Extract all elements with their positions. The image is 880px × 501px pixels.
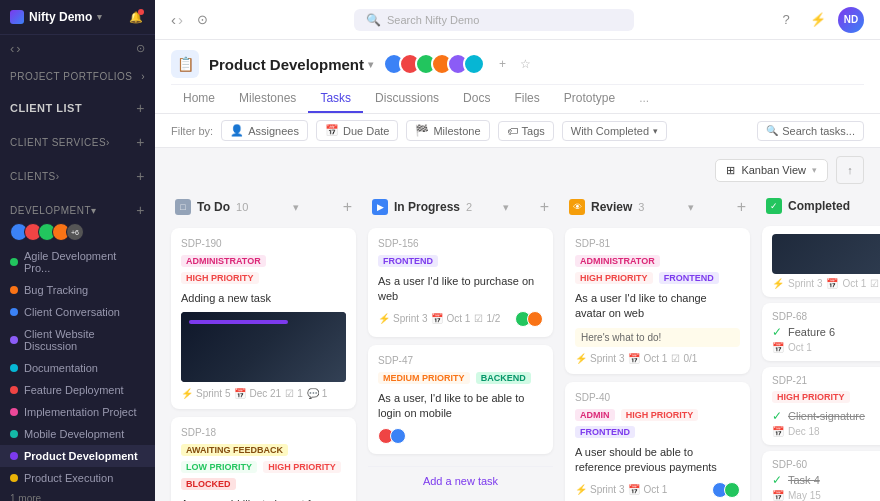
user-avatar[interactable]: ND <box>838 7 864 33</box>
completed-filter[interactable]: With Completed ▾ <box>562 121 667 141</box>
sidebar-item-feature-deployment[interactable]: Feature Deployment <box>0 379 155 401</box>
sidebar-item-product-execution[interactable]: Product Execution <box>0 467 155 489</box>
search-tasks-filter[interactable]: 🔍 Search tasks... <box>757 121 864 141</box>
client-list-header[interactable]: CLIENT LIST + <box>0 95 155 121</box>
inprogress-col-header: ▶ In Progress 2 ▾ + <box>368 192 553 222</box>
development-section: DEVELOPMENT ▾ + +6 Agile Development Pro… <box>0 193 155 501</box>
tab-home[interactable]: Home <box>171 85 227 113</box>
assignees-filter[interactable]: 👤 Assignees <box>221 120 308 141</box>
sprint-icon: ⚡ <box>575 484 587 495</box>
project-portfolios-header[interactable]: PROJECT PORTFOLIOS › <box>0 66 155 87</box>
development-add[interactable]: + <box>136 202 145 218</box>
date-meta: 📅 Oct 1 <box>628 353 667 364</box>
sidebar-item-implementation[interactable]: Implementation Project <box>0 401 155 423</box>
inprogress-add-icon[interactable]: + <box>540 198 549 216</box>
inprogress-chevron-icon[interactable]: ▾ <box>503 201 509 214</box>
completed-card-sdp-88[interactable]: ⚡ Sprint 3 📅 Oct 1 ☑ 1 <box>762 226 880 297</box>
nav-arrows[interactable]: ‹ › <box>10 41 21 56</box>
completed-meta: 📅 Dec 18 <box>772 426 880 437</box>
sprint-meta: ⚡ Sprint 3 <box>575 484 624 495</box>
inprogress-add-task-btn[interactable]: Add a new task <box>368 466 553 495</box>
clients-header[interactable]: CLIENTS › + <box>0 163 155 189</box>
member-6 <box>463 53 485 75</box>
tab-prototype[interactable]: Prototype <box>552 85 627 113</box>
todo-add-icon[interactable]: + <box>343 198 352 216</box>
badge-waiting: AWAITING FEEDBACK <box>181 444 288 456</box>
project-title-row: 📋 Product Development ▾ + ☆ <box>171 40 864 84</box>
due-date-filter[interactable]: 📅 Due Date <box>316 120 398 141</box>
review-chevron-icon[interactable]: ▾ <box>688 201 694 214</box>
completed-meta: ⚡ Sprint 3 📅 Oct 1 ☑ 1 <box>772 278 880 289</box>
tab-files[interactable]: Files <box>502 85 551 113</box>
card-sdp-40[interactable]: SDP-40 ADMIN HIGH PRIORITY FRONTEND A us… <box>565 382 750 501</box>
topbar-back[interactable]: ‹ <box>171 11 176 28</box>
card-sdp-81[interactable]: SDP-81 ADMINISTRATOR HIGH PRIORITY FRONT… <box>565 228 750 374</box>
badge-high: HIGH PRIORITY <box>772 391 850 403</box>
card-sdp-156[interactable]: SDP-156 FRONTEND As a user I'd like to p… <box>368 228 553 337</box>
badge-high: HIGH PRIORITY <box>621 409 699 421</box>
tab-docs[interactable]: Docs <box>451 85 502 113</box>
badge-low: LOW PRIORITY <box>181 461 257 473</box>
export-button[interactable]: ↑ <box>836 156 864 184</box>
badge-blocked: BLOCKED <box>181 478 236 490</box>
notification-icon[interactable]: 🔔 <box>127 8 145 26</box>
sidebar-item-product-dev[interactable]: Product Development <box>0 445 155 467</box>
search-box[interactable]: 🔍 Search Nifty Demo <box>354 9 634 31</box>
client-list-add[interactable]: + <box>136 100 145 116</box>
completed-meta: 📅 May 15 <box>772 490 880 501</box>
todo-col-header: □ To Do 10 ▾ + <box>171 192 356 222</box>
date-meta: 📅 Dec 21 <box>234 388 281 399</box>
card-sdp-47[interactable]: SDP-47 MEDIUM PRIORITY BACKEND As a user… <box>368 345 553 454</box>
tab-milestones[interactable]: Milestones <box>227 85 308 113</box>
project-nav: Home Milestones Tasks Discussions Docs F… <box>171 84 864 113</box>
card-footer: ⚡ Sprint 3 📅 Oct 1 ☑ 1/2 <box>378 311 543 327</box>
completed-col-title: Completed <box>788 199 850 213</box>
card-sdp-18[interactable]: SDP-18 AWAITING FEEDBACK LOW PRIORITY HI… <box>171 417 356 501</box>
milestone-filter[interactable]: 🏁 Milestone <box>406 120 489 141</box>
history-icon[interactable]: ⊙ <box>136 42 145 55</box>
lightning-icon[interactable]: ⚡ <box>806 8 830 32</box>
forward-icon[interactable]: › <box>16 41 20 56</box>
sidebar-item-bug-tracking[interactable]: Bug Tracking <box>0 279 155 301</box>
back-icon[interactable]: ‹ <box>10 41 14 56</box>
card-id: SDP-40 <box>575 392 740 403</box>
review-add-icon[interactable]: + <box>737 198 746 216</box>
card-sdp-190[interactable]: SDP-190 ADMINISTRATOR HIGH PRIORITY Addi… <box>171 228 356 409</box>
project-favorite-icon[interactable]: ☆ <box>520 57 531 71</box>
sidebar-item-documentation[interactable]: Documentation <box>0 357 155 379</box>
completed-card-sdp-21[interactable]: SDP-21 HIGH PRIORITY ✓ Client-signature … <box>762 367 880 445</box>
topbar-forward[interactable]: › <box>178 11 183 28</box>
clients-add[interactable]: + <box>136 168 145 184</box>
help-icon[interactable]: ? <box>774 8 798 32</box>
review-col-header: 👁 Review 3 ▾ + <box>565 192 750 222</box>
assignee-avatar <box>390 428 406 444</box>
sidebar-item-client-conversation[interactable]: Client Conversation <box>0 301 155 323</box>
invite-icon[interactable]: + <box>499 57 506 71</box>
todo-chevron-icon[interactable]: ▾ <box>293 201 299 214</box>
sidebar-item-agile[interactable]: Agile Development Pro... <box>0 245 155 279</box>
sidebar-item-mobile[interactable]: Mobile Development <box>0 423 155 445</box>
history-btn[interactable]: ⊙ <box>191 10 214 29</box>
card-footer: ⚡ Sprint 5 📅 Dec 21 ☑ 1 💬 1 <box>181 388 346 399</box>
client-services-add[interactable]: + <box>136 134 145 150</box>
tab-more[interactable]: ... <box>627 85 661 113</box>
tags-filter[interactable]: 🏷 Tags <box>498 121 554 141</box>
completed-card-sdp-68[interactable]: SDP-68 ✓ Feature 6 📅 Oct 1 <box>762 303 880 361</box>
development-header[interactable]: DEVELOPMENT ▾ + <box>0 197 155 223</box>
kanban-view-toggle[interactable]: ⊞ Kanban View ▾ <box>715 159 828 182</box>
search-placeholder: Search Nifty Demo <box>387 14 479 26</box>
tab-tasks[interactable]: Tasks <box>308 85 363 113</box>
badge-frontend: FRONTEND <box>659 272 719 284</box>
calendar-icon: 📅 <box>325 124 339 137</box>
app-logo[interactable]: Nifty Demo ▾ <box>10 10 102 24</box>
milestone-icon: 🏁 <box>415 124 429 137</box>
client-services-header[interactable]: CLIENT SERVICES › + <box>0 129 155 155</box>
completed-card-sdp-60[interactable]: SDP-60 ✓ Task 4 📅 May 15 <box>762 451 880 501</box>
card-footer <box>378 428 543 444</box>
tab-discussions[interactable]: Discussions <box>363 85 451 113</box>
sidebar-item-client-website[interactable]: Client Website Discussion <box>0 323 155 357</box>
badge-high: HIGH PRIORITY <box>263 461 341 473</box>
sidebar-more-link[interactable]: 1 more <box>0 489 155 501</box>
badge-medium: MEDIUM PRIORITY <box>378 372 470 384</box>
project-title[interactable]: Product Development ▾ <box>209 56 373 73</box>
